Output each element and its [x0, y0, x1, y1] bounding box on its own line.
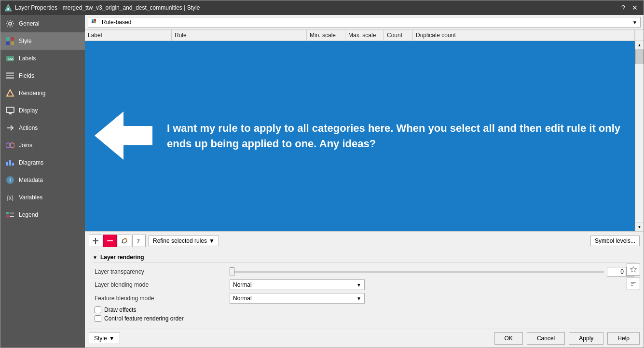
app-icon	[4, 4, 12, 12]
section-toggle-icon[interactable]: ▼	[93, 255, 97, 260]
overlay-text: I want my rule to apply to all categorie…	[167, 121, 625, 152]
svg-rect-13	[6, 107, 14, 112]
sidebar-item-display[interactable]: Display	[0, 102, 85, 119]
svg-rect-30	[94, 21, 96, 23]
transparency-slider[interactable]	[230, 271, 604, 273]
svg-text:{x}: {x}	[7, 195, 14, 201]
sidebar-item-general[interactable]: General	[0, 15, 85, 32]
transparency-slider-thumb[interactable]	[230, 267, 234, 276]
sort-button[interactable]	[627, 278, 640, 290]
sidebar-item-fields[interactable]: Fields	[0, 67, 85, 84]
header-duplicate-count: Duplicate count	[413, 30, 635, 41]
layer-blend-mode-dropdown[interactable]: Normal ▼	[230, 279, 365, 290]
scroll-thumb[interactable]	[635, 50, 644, 64]
sidebar-item-rendering[interactable]: Rendering	[0, 84, 85, 102]
svg-marker-12	[7, 90, 14, 96]
style-icon	[5, 36, 15, 46]
svg-rect-23	[6, 212, 9, 214]
style-type-dropdown[interactable]: Rule-based ▼	[88, 17, 641, 28]
feature-blend-mode-value: Normal	[233, 295, 252, 302]
svg-rect-17	[6, 162, 8, 166]
draw-effects-row: Draw effects	[93, 306, 636, 313]
svg-rect-29	[92, 21, 94, 23]
rendering-icon	[5, 88, 15, 98]
sidebar-item-joins[interactable]: Joins	[0, 137, 85, 154]
draw-effects-checkbox[interactable]	[95, 306, 101, 313]
layer-blend-mode-label: Layer blending mode	[95, 281, 230, 288]
main-window: Layer Properties - merged_ttw_v3_origin_…	[0, 0, 644, 348]
ok-button[interactable]: OK	[494, 332, 523, 345]
svg-point-1	[7, 8, 9, 10]
sidebar-item-diagrams[interactable]: Diagrams	[0, 154, 85, 171]
sidebar-item-labels[interactable]: abc Labels	[0, 50, 85, 67]
apply-button[interactable]: Apply	[569, 332, 603, 345]
control-rendering-order-row: Control feature rendering order	[93, 315, 636, 322]
help-window-button[interactable]: ?	[618, 3, 628, 13]
svg-rect-28	[94, 19, 96, 21]
right-panel: Rule-based ▼ Label Rule Min. scale Max. …	[85, 15, 644, 348]
count-features-button[interactable]: Σ	[132, 235, 146, 247]
layer-blend-mode-row: Layer blending mode Normal ▼	[93, 279, 636, 290]
style-menu-button[interactable]: Style ▼	[89, 333, 120, 344]
style-dropdown-icon: ▼	[109, 335, 115, 342]
dropdown-arrow-icon: ▼	[632, 20, 637, 25]
svg-rect-27	[92, 19, 94, 21]
remove-rule-button[interactable]	[103, 235, 117, 247]
sidebar-item-legend-label: Legend	[19, 211, 38, 218]
close-window-button[interactable]: ✕	[630, 3, 640, 13]
blend-mode-arrow-icon: ▼	[356, 282, 361, 288]
feature-blend-mode-label: Feature blending mode	[95, 295, 230, 302]
sidebar-item-rendering-label: Rendering	[19, 90, 45, 97]
sidebar-item-style[interactable]: Style	[0, 32, 85, 50]
gear-icon	[5, 19, 15, 28]
window-controls: ? ✕	[618, 3, 640, 13]
svg-text:i: i	[10, 178, 11, 183]
svg-point-2	[9, 22, 12, 25]
legend-icon	[5, 210, 15, 220]
help-button[interactable]: Help	[607, 332, 640, 345]
toolbar-left: Σ Refine selected rules ▼	[89, 235, 219, 247]
add-rule-button[interactable]	[89, 235, 102, 247]
display-icon	[5, 106, 15, 115]
style-type-label: Rule-based	[102, 19, 131, 26]
transparency-value-input[interactable]: 0	[607, 267, 626, 277]
feature-blend-mode-dropdown[interactable]: Normal ▼	[230, 293, 365, 304]
refine-selected-rules-button[interactable]: Refine selected rules ▼	[149, 236, 219, 246]
sidebar-item-actions[interactable]: Actions	[0, 119, 85, 137]
svg-rect-3	[6, 37, 10, 41]
svg-rect-11	[6, 77, 14, 79]
sidebar-item-style-label: Style	[19, 38, 32, 44]
cancel-button[interactable]: Cancel	[527, 332, 565, 345]
svg-rect-18	[9, 160, 11, 166]
scroll-down-btn[interactable]: ▼	[635, 223, 644, 231]
annotation-overlay: I want my rule to apply to all categorie…	[85, 41, 635, 231]
sidebar-item-general-label: General	[19, 20, 40, 27]
edit-rule-button[interactable]	[118, 235, 131, 247]
main-content: General Style abc	[0, 15, 644, 348]
sidebar-item-variables-label: Variables	[19, 194, 42, 201]
sidebar-item-variables[interactable]: {x} Variables	[0, 189, 85, 206]
svg-rect-19	[12, 163, 14, 166]
svg-rect-6	[11, 42, 14, 45]
scroll-up-btn[interactable]: ▲	[635, 41, 644, 50]
sidebar-item-legend[interactable]: Legend	[0, 206, 85, 223]
header-max-scale: Max. scale	[345, 30, 384, 41]
table-header: Label Rule Min. scale Max. scale Count D…	[85, 30, 644, 41]
star-button[interactable]	[627, 263, 640, 276]
bottom-controls: Σ Refine selected rules ▼ Symbol levels.…	[85, 231, 644, 329]
svg-rect-14	[9, 113, 12, 114]
symbol-levels-button[interactable]: Symbol levels...	[590, 236, 640, 246]
sidebar-item-metadata[interactable]: i Metadata	[0, 171, 85, 189]
svg-marker-31	[95, 111, 152, 160]
svg-rect-5	[6, 42, 10, 45]
control-rendering-order-checkbox[interactable]	[95, 315, 101, 322]
icon-buttons: Σ	[89, 235, 146, 247]
svg-rect-10	[6, 75, 14, 76]
section-header-layer-rendering: ▼ Layer rendering	[93, 252, 636, 263]
bottom-action-buttons: OK Cancel Apply Help	[494, 332, 640, 345]
table-scrollbar[interactable]: ▲ ▼	[635, 41, 644, 231]
scroll-track	[635, 50, 644, 223]
layer-transparency-row: Layer transparency 0 ▲ ▼	[93, 267, 636, 277]
layer-blend-mode-value: Normal	[233, 281, 252, 288]
header-rule: Rule	[172, 30, 307, 41]
